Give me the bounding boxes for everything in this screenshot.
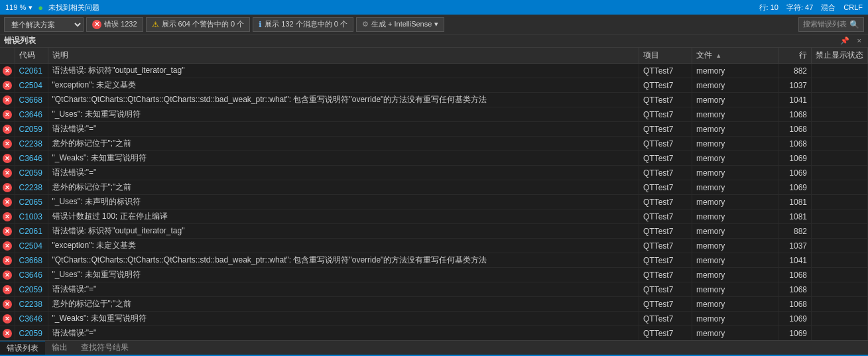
row-suppress [812,253,868,268]
col-file-header[interactable]: 文件 ▲ [692,48,778,64]
table-row[interactable]: ✕ C3668 "QtCharts::QtCharts::QtCharts::Q… [0,93,868,107]
row-error-icon: ✕ [0,195,15,209]
row-suppress [812,326,868,341]
row-code: C2065 [15,195,48,209]
row-line: 1041 [778,93,812,107]
build-icon: ⚙ [362,20,369,29]
error-badge[interactable]: ✕ 错误 1232 [86,17,143,32]
zoom-level[interactable]: 119 % ▾ [5,3,32,12]
row-line: 1068 [778,268,812,282]
table-row[interactable]: ✕ C2059 语法错误:"=" QTTest7 memory 1068 [0,122,868,137]
row-code: C3646 [15,312,48,326]
row-project: QTTest7 [639,137,692,151]
search-box[interactable]: 搜索错误列表 🔍 [798,17,864,32]
warning-count-label: 展示 604 个警告中的 0 个 [162,19,245,29]
row-code: C2061 [15,224,48,239]
pin-button[interactable]: 📌 [837,36,852,45]
row-line: 1041 [778,253,812,268]
table-row[interactable]: ✕ C2059 语法错误:"=" QTTest7 memory 1069 [0,166,868,180]
table-row[interactable]: ✕ C2059 语法错误:"=" QTTest7 memory 1068 [0,282,868,297]
close-panel-button[interactable]: × [855,36,864,45]
col-check-header[interactable] [0,48,15,64]
row-suppress [812,107,868,122]
col-line-header[interactable]: 行 [778,48,812,64]
row-file: memory [692,253,778,268]
row-line: 882 [778,224,812,239]
error-table[interactable]: 代码 说明 项目 文件 ▲ 行 禁止显示状态 ✕ C2061 语法错误: 标识符… [0,48,868,340]
row-project: QTTest7 [639,239,692,253]
row-code: C3668 [15,93,48,107]
row-code: C2504 [15,239,48,253]
row-line: 1068 [778,122,812,137]
row-desc: "_Uses": 未知重写说明符 [48,107,639,122]
row-suppress [812,151,868,166]
col-code-header[interactable]: 代码 [15,48,48,64]
row-line: 882 [778,64,812,78]
row-project: QTTest7 [639,312,692,326]
solution-dropdown[interactable]: 整个解决方案 [4,17,84,32]
table-row[interactable]: ✕ C3646 "_Weaks": 未知重写说明符 QTTest7 memory… [0,312,868,326]
col-desc-header[interactable]: 说明 [48,48,639,64]
row-error-icon: ✕ [0,107,15,122]
row-desc: 语法错误: 标识符"output_iterator_tag" [48,64,639,78]
row-desc: 语法错误:"=" [48,282,639,297]
table-row[interactable]: ✕ C2065 "_Uses": 未声明的标识符 QTTest7 memory … [0,195,868,209]
info-icon: ℹ [259,20,262,29]
row-desc: "_Uses": 未声明的标识符 [48,195,639,209]
row-desc: "QtCharts::QtCharts::QtCharts::QtCharts:… [48,253,639,268]
table-row[interactable]: ✕ C2059 语法错误:"=" QTTest7 memory 1069 [0,326,868,341]
info-badge[interactable]: ℹ 展示 132 个消息中的 0 个 [253,17,353,32]
row-line: 1037 [778,78,812,93]
search-label: 搜索错误列表 [803,19,847,29]
row-project: QTTest7 [639,151,692,166]
tab-find-symbol[interactable]: 查找符号结果 [74,341,135,355]
build-button[interactable]: ⚙ 生成 + IntelliSense ▾ [356,17,444,32]
table-row[interactable]: ✕ C2504 "exception": 未定义基类 QTTest7 memor… [0,239,868,253]
table-row[interactable]: ✕ C2238 意外的标记位于";"之前 QTTest7 memory 1069 [0,180,868,195]
row-desc: 语法错误:"=" [48,166,639,180]
table-row[interactable]: ✕ C2061 语法错误: 标识符"output_iterator_tag" Q… [0,224,868,239]
table-row[interactable]: ✕ C3646 "_Uses": 未知重写说明符 QTTest7 memory … [0,107,868,122]
row-code: C2504 [15,78,48,93]
row-project: QTTest7 [639,224,692,239]
row-code: C3668 [15,253,48,268]
warning-badge[interactable]: ⚠ 展示 604 个警告中的 0 个 [146,17,251,32]
row-suppress [812,239,868,253]
row-desc: 意外的标记位于";"之前 [48,180,639,195]
row-suppress [812,64,868,78]
top-statusbar: 119 % ▾ ● 未找到相关问题 行: 10 字符: 47 混合 CRLF [0,0,868,15]
table-row[interactable]: ✕ C2238 意外的标记位于";"之前 QTTest7 memory 1068 [0,137,868,151]
row-file: memory [692,224,778,239]
row-suppress [812,297,868,312]
row-file: memory [692,312,778,326]
table-row[interactable]: ✕ C2504 "exception": 未定义基类 QTTest7 memor… [0,78,868,93]
table-row[interactable]: ✕ C2061 语法错误: 标识符"output_iterator_tag" Q… [0,64,868,78]
row-project: QTTest7 [639,93,692,107]
row-file: memory [692,268,778,282]
build-label: 生成 + IntelliSense [371,19,432,29]
bottom-tabs: 错误列表 输出 查找符号结果 [0,340,868,355]
col-project-header[interactable]: 项目 [639,48,692,64]
row-project: QTTest7 [639,297,692,312]
row-code: C3646 [15,107,48,122]
row-line: 1081 [778,195,812,209]
error-data-table: 代码 说明 项目 文件 ▲ 行 禁止显示状态 ✕ C2061 语法错误: 标识符… [0,48,868,340]
row-project: QTTest7 [639,195,692,209]
row-desc: 错误计数超过 100; 正在停止编译 [48,209,639,224]
col-suppress-header[interactable]: 禁止显示状态 [812,48,868,64]
row-project: QTTest7 [639,180,692,195]
row-project: QTTest7 [639,64,692,78]
row-code: C2059 [15,122,48,137]
tab-output[interactable]: 输出 [45,341,74,355]
char-info: 字符: 47 [786,3,813,13]
row-project: QTTest7 [639,253,692,268]
table-row[interactable]: ✕ C3646 "_Weaks": 未知重写说明符 QTTest7 memory… [0,151,868,166]
table-row[interactable]: ✕ C1003 错误计数超过 100; 正在停止编译 QTTest7 memor… [0,209,868,224]
row-suppress [812,78,868,93]
tab-error-list[interactable]: 错误列表 [0,341,45,355]
error-list-panel: 代码 说明 项目 文件 ▲ 行 禁止显示状态 ✕ C2061 语法错误: 标识符… [0,48,868,340]
table-row[interactable]: ✕ C3668 "QtCharts::QtCharts::QtCharts::Q… [0,253,868,268]
row-desc: "exception": 未定义基类 [48,78,639,93]
table-row[interactable]: ✕ C3646 "_Uses": 未知重写说明符 QTTest7 memory … [0,268,868,282]
table-row[interactable]: ✕ C2238 意外的标记位于";"之前 QTTest7 memory 1068 [0,297,868,312]
